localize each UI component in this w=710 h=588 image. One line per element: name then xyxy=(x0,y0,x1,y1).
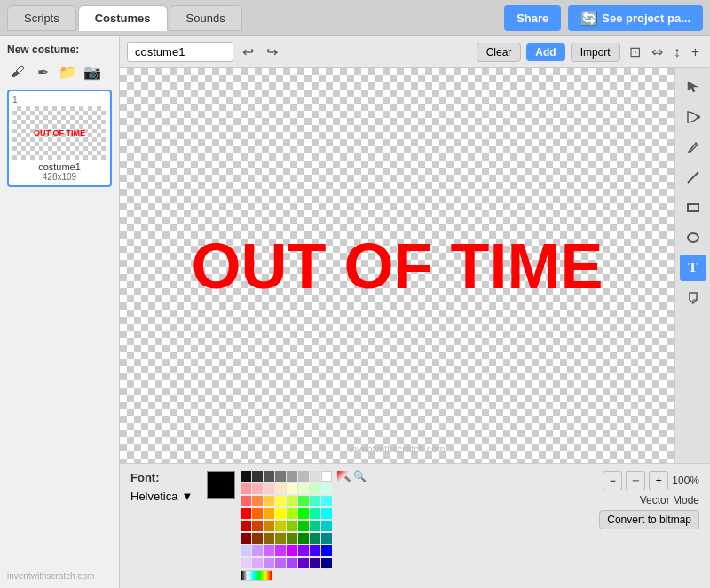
add-button[interactable]: Add xyxy=(526,43,564,61)
color-cell[interactable] xyxy=(252,471,263,482)
costume-preview: OUT OF TIME xyxy=(12,106,106,160)
tab-sounds[interactable]: Sounds xyxy=(170,5,242,31)
color-row-3 xyxy=(241,508,367,519)
add-icon[interactable]: + xyxy=(688,43,703,62)
fill-tool-button[interactable] xyxy=(680,285,706,311)
canvas-area[interactable]: OUT OF TIME inventwithscratch.com xyxy=(120,68,674,463)
eyedropper-indicator xyxy=(337,471,351,482)
stamp-tool-icon[interactable]: ✒ xyxy=(32,61,53,82)
color-cell[interactable] xyxy=(298,471,309,482)
convert-bitmap-button[interactable]: Convert to bitmap xyxy=(599,510,699,529)
color-row-7 xyxy=(241,558,367,568)
redo-button[interactable]: ↪ xyxy=(263,42,281,62)
costume-tools: 🖌 ✒ 📁 📷 xyxy=(7,61,112,82)
svg-point-3 xyxy=(688,233,698,242)
font-dropdown-icon: ▼ xyxy=(181,490,193,503)
zoom-controls: − ═ + 100% xyxy=(603,471,699,490)
line-tool-button[interactable] xyxy=(680,164,706,191)
color-cell[interactable] xyxy=(275,471,286,482)
svg-line-1 xyxy=(688,172,698,183)
ellipse-tool-button[interactable] xyxy=(680,224,706,251)
watermark-left: inventwithscratch.com xyxy=(7,571,112,581)
color-cell[interactable] xyxy=(287,471,297,482)
color-cell[interactable] xyxy=(321,471,332,482)
gradient-row xyxy=(241,570,367,581)
costume-item[interactable]: 1 OUT OF TIME costume1 428x109 xyxy=(7,90,112,187)
color-cell[interactable] xyxy=(264,471,274,482)
eyedropper-btn[interactable]: 🔍 xyxy=(352,471,367,482)
upload-tool-icon[interactable]: 📁 xyxy=(57,61,78,82)
zoom-fit-button[interactable]: ═ xyxy=(626,471,645,490)
color-row-4 xyxy=(241,521,367,531)
costume-number: 1 xyxy=(12,95,106,105)
checker-canvas: OUT OF TIME inventwithscratch.com xyxy=(120,68,674,463)
costume-size-label: 428x109 xyxy=(12,172,106,182)
left-panel: New costume: 🖌 ✒ 📁 📷 1 OUT OF TIME costu… xyxy=(0,36,120,588)
flip-v-icon[interactable]: ↕ xyxy=(670,43,684,62)
top-bar: Scripts Costumes Sounds Share 🔄 See proj… xyxy=(0,0,710,36)
bottom-panel: Font: Helvetica ▼ xyxy=(120,463,710,588)
rect-tool-button[interactable] xyxy=(680,194,706,221)
zoom-out-button[interactable]: − xyxy=(603,471,622,490)
pencil-tool-button[interactable] xyxy=(680,134,706,161)
color-row-5 xyxy=(241,533,367,544)
costume-preview-text: OUT OF TIME xyxy=(34,129,85,137)
text-tool-button[interactable]: T xyxy=(680,255,706,281)
reshape-tool-button[interactable] xyxy=(680,104,706,130)
main-layout: New costume: 🖌 ✒ 📁 📷 1 OUT OF TIME costu… xyxy=(0,36,710,588)
paint-tool-icon[interactable]: 🖌 xyxy=(7,61,28,82)
font-selector[interactable]: Helvetica ▼ xyxy=(130,490,193,503)
toolbar: ↩ ↪ Clear Add Import ⊡ ⇔ ↕ + xyxy=(120,36,710,68)
zoom-value: 100% xyxy=(672,474,699,487)
select-tool-button[interactable] xyxy=(680,74,706,100)
undo-button[interactable]: ↩ xyxy=(239,42,257,62)
vector-mode-label: Vector Mode xyxy=(640,494,699,506)
tab-costumes[interactable]: Costumes xyxy=(78,5,168,31)
tab-scripts[interactable]: Scripts xyxy=(7,5,76,31)
new-costume-label: New costume: xyxy=(7,43,112,56)
gradient-swatch[interactable] xyxy=(241,570,272,581)
bottom-right-tools: − ═ + 100% Vector Mode Convert to bitmap xyxy=(599,471,699,529)
svg-point-0 xyxy=(697,115,700,119)
see-project-button[interactable]: 🔄 See project pa... xyxy=(568,5,703,31)
costume-name-label: costume1 xyxy=(12,161,106,172)
color-cell[interactable] xyxy=(241,471,251,482)
import-button[interactable]: Import xyxy=(571,43,620,62)
canvas-main-text: OUT OF TIME xyxy=(192,230,604,302)
font-section: Font: Helvetica ▼ xyxy=(130,471,193,503)
color-row-1 xyxy=(241,483,367,494)
refresh-icon: 🔄 xyxy=(580,10,598,27)
color-cell[interactable] xyxy=(310,471,320,482)
svg-rect-2 xyxy=(688,204,698,211)
right-tools-panel: T xyxy=(674,68,710,463)
color-row-2 xyxy=(241,496,367,506)
camera-tool-icon[interactable]: 📷 xyxy=(82,61,103,82)
color-grid: 🔍 xyxy=(241,471,367,581)
font-label: Font: xyxy=(130,471,193,484)
crop-icon[interactable]: ⊡ xyxy=(626,42,644,62)
canvas-watermark: inventwithscratch.com xyxy=(349,443,445,454)
zoom-in-button[interactable]: + xyxy=(649,471,668,490)
share-button[interactable]: Share xyxy=(504,5,561,31)
flip-h-icon[interactable]: ⇔ xyxy=(648,42,667,62)
gray-row: 🔍 xyxy=(241,471,367,482)
clear-button[interactable]: Clear xyxy=(477,43,522,62)
color-row-6 xyxy=(241,545,367,556)
costume-name-input[interactable] xyxy=(127,42,233,62)
main-color-swatch[interactable] xyxy=(207,471,235,499)
